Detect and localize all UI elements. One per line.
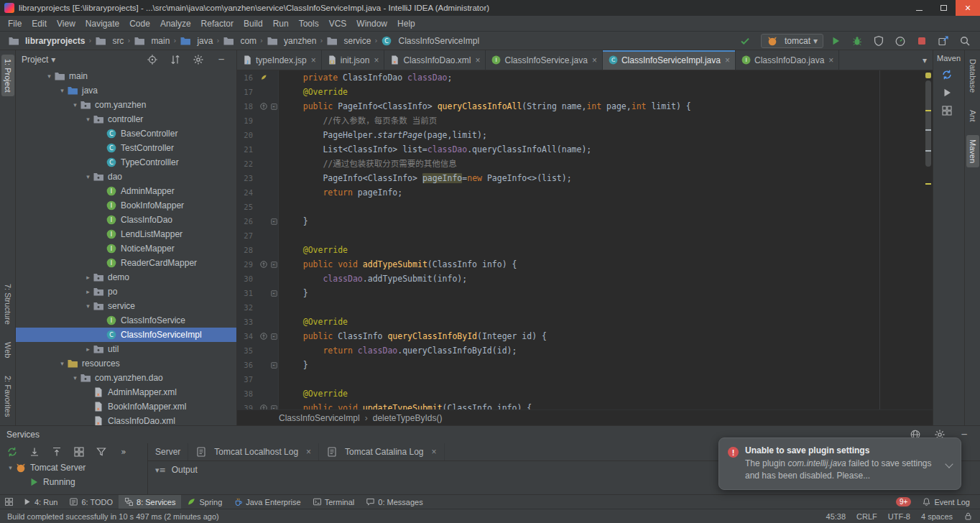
tree-toggle-icon[interactable]: ▸: [83, 288, 93, 295]
services-tab-tomcat-catalina-log[interactable]: Tomcat Catalina Log×: [319, 443, 444, 460]
tool-button-terminal[interactable]: Terminal: [307, 495, 361, 509]
tree-item-service[interactable]: ▾service: [16, 299, 236, 313]
indent-style[interactable]: 4 spaces: [921, 512, 953, 521]
run-with-coverage-button[interactable]: [873, 35, 888, 47]
editor-tab-init-json[interactable]: {}init.json×: [322, 50, 385, 70]
editor-tab-classinfoserviceimpl-java[interactable]: CClassInfoServiceImpl.java×: [603, 50, 736, 70]
tool-button-8-services[interactable]: 8: Services: [119, 495, 181, 509]
services-tab-server[interactable]: Server: [148, 443, 188, 460]
lock-icon[interactable]: [963, 512, 973, 521]
open-file-button[interactable]: [938, 35, 953, 47]
nav-crumb-libraryprojects[interactable]: libraryprojects: [6, 34, 87, 47]
tree-item-lendlistmapper[interactable]: ILendListMapper: [16, 227, 236, 241]
chevron-down-icon[interactable]: [945, 460, 953, 468]
tree-item-demo[interactable]: ▸demo: [16, 270, 236, 284]
close-tab-icon[interactable]: ×: [374, 55, 379, 65]
tool-button-spring[interactable]: Spring: [181, 495, 228, 509]
collapse-all-icon[interactable]: [51, 446, 66, 458]
refresh-icon[interactable]: [6, 446, 22, 458]
breadcrumb-class[interactable]: ClassInfoServiceImpl: [279, 413, 360, 423]
menu-code[interactable]: Code: [124, 17, 155, 30]
tree-item-com-yanzhen-dao[interactable]: ▾com.yanzhen.dao: [16, 371, 236, 385]
override-method-icon[interactable]: [259, 404, 268, 409]
run-button[interactable]: [830, 35, 845, 47]
close-tab-icon[interactable]: ×: [475, 55, 480, 65]
maximize-button[interactable]: [931, 0, 956, 16]
close-tab-icon[interactable]: ×: [592, 55, 597, 65]
expand-collapse-icon[interactable]: [170, 54, 185, 65]
tree-item-typecontrolller[interactable]: CTypeControlller: [16, 155, 236, 170]
debug-button[interactable]: [851, 35, 866, 47]
fold-start-icon[interactable]: -: [271, 405, 277, 410]
tree-item-classinfoservice[interactable]: IClassInfoService: [16, 313, 236, 328]
tree-toggle-icon[interactable]: ▾: [57, 360, 67, 367]
filter-icon[interactable]: [96, 446, 111, 458]
tree-item-noticemapper[interactable]: INoticeMapper: [16, 241, 236, 256]
fold-start-icon[interactable]: -: [271, 333, 277, 340]
fold-start-icon[interactable]: -: [271, 262, 277, 268]
maven-reload-icon[interactable]: [941, 69, 956, 80]
services-tree-running[interactable]: Running: [0, 475, 147, 489]
tool-button-event-log[interactable]: Event Log: [916, 497, 976, 506]
tree-item-readercardmapper[interactable]: IReaderCardMapper: [16, 256, 236, 270]
tree-item-resources[interactable]: ▾resources: [16, 356, 236, 371]
editor-tab-typeindex-jsp[interactable]: JtypeIndex.jsp×: [237, 50, 322, 70]
tree-item-dao[interactable]: ▾dao: [16, 170, 236, 184]
editor-tab-classinfodao-java[interactable]: IClassInfoDao.java×: [736, 50, 839, 70]
tree-item-bookinfomapper-xml[interactable]: xBookInfoMapper.xml: [16, 399, 236, 414]
tree-item-main[interactable]: ▾main: [16, 69, 236, 83]
spring-bean-icon[interactable]: [259, 73, 268, 82]
tree-toggle-icon[interactable]: ▾: [57, 87, 67, 94]
menu-file[interactable]: File: [3, 17, 27, 30]
menu-tools[interactable]: Tools: [294, 17, 324, 30]
tree-item-testcontroller[interactable]: CTestController: [16, 141, 236, 155]
menu-navigate[interactable]: Navigate: [80, 17, 124, 30]
editor-tab-classinfoservice-java[interactable]: IClassInfoService.java×: [486, 50, 602, 70]
fold-start-icon[interactable]: -: [271, 103, 277, 110]
menu-refactor[interactable]: Refactor: [196, 17, 239, 30]
tree-item-com-yanzhen[interactable]: ▾com.yanzhen: [16, 98, 236, 112]
stripe-button-1-project[interactable]: 1: Project: [1, 55, 14, 96]
inspection-status-icon[interactable]: [925, 73, 931, 78]
close-tab-icon[interactable]: ×: [828, 55, 833, 65]
tree-toggle-icon[interactable]: ▾: [83, 173, 93, 180]
fold-end-icon[interactable]: -: [271, 218, 277, 225]
tree-toggle-icon[interactable]: ▾: [6, 464, 15, 471]
fold-end-icon[interactable]: -: [271, 362, 277, 369]
hide-panel-icon[interactable]: ─: [216, 54, 231, 65]
nav-crumb-classinfoserviceimpl[interactable]: CClassInfoServiceImpl: [379, 34, 481, 47]
tool-button-4-run[interactable]: 4: Run: [17, 495, 63, 509]
override-method-icon[interactable]: [259, 102, 268, 111]
editor-scrollbar[interactable]: [923, 70, 933, 409]
stripe-button-2-favorites[interactable]: 2: Favorites: [1, 371, 14, 421]
console-view-options-icon[interactable]: ▾≡: [155, 466, 166, 475]
nav-crumb-yanzhen[interactable]: yanzhen: [264, 34, 318, 47]
close-tab-icon[interactable]: ×: [432, 447, 437, 457]
menu-analyze[interactable]: Analyze: [155, 17, 196, 30]
tree-item-adminmapper-xml[interactable]: xAdminMapper.xml: [16, 385, 236, 399]
tree-item-classinfodao-xml[interactable]: xClassInfoDao.xml: [16, 414, 236, 425]
menu-run[interactable]: Run: [268, 17, 294, 30]
close-tab-icon[interactable]: ×: [306, 447, 311, 457]
tree-item-controller[interactable]: ▾controller: [16, 112, 236, 126]
tool-window-switcher-icon[interactable]: [4, 497, 14, 506]
stripe-button-7-structure[interactable]: 7: Structure: [1, 279, 14, 329]
tree-toggle-icon[interactable]: ▾: [45, 73, 54, 80]
file-encoding[interactable]: UTF-8: [888, 512, 910, 521]
tab-list-icon[interactable]: ▾: [923, 56, 927, 65]
hide-panel-icon[interactable]: ─: [958, 429, 974, 440]
services-tab-tomcat-localhost-log[interactable]: Tomcat Localhost Log×: [188, 443, 319, 460]
menu-edit[interactable]: Edit: [27, 17, 52, 30]
override-method-icon[interactable]: [259, 332, 268, 341]
project-view-selector[interactable]: Project▾: [22, 55, 55, 65]
tool-button-0-messages[interactable]: 0: Messages: [360, 495, 428, 509]
line-separator[interactable]: CRLF: [856, 512, 877, 521]
tree-toggle-icon[interactable]: ▾: [83, 116, 93, 123]
maven-run-icon[interactable]: [941, 87, 956, 98]
fold-end-icon[interactable]: -: [271, 290, 277, 297]
maven-options-icon[interactable]: [941, 105, 956, 116]
scrollbar-thumb[interactable]: [925, 80, 931, 167]
build-status-button[interactable]: [739, 35, 754, 47]
close-tab-icon[interactable]: ×: [725, 55, 730, 65]
more-options-icon[interactable]: »: [118, 446, 133, 458]
